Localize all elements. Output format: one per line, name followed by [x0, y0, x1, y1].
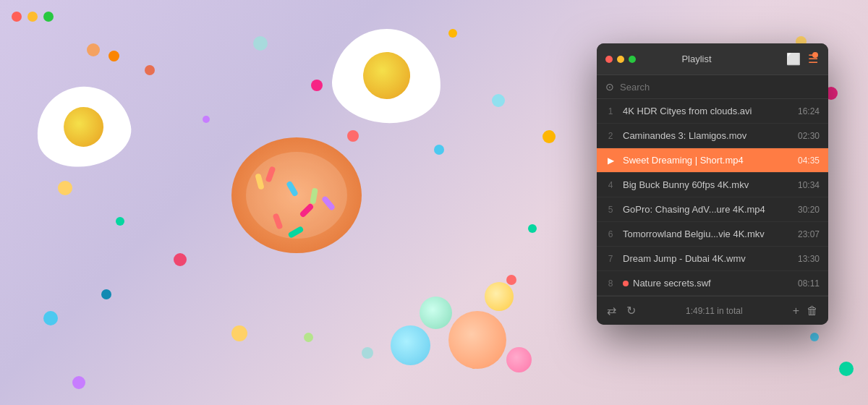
search-icon: ⊙ — [605, 81, 614, 93]
candy — [43, 311, 58, 325]
panel-minimize[interactable] — [617, 56, 624, 63]
item-duration: 23:07 — [798, 229, 820, 239]
total-time: 1:49:11 in total — [686, 306, 743, 316]
header-icons: ⬜ ☰ — [786, 52, 818, 66]
search-bar: ⊙ — [597, 75, 828, 99]
playlist-item[interactable]: 6Tomorrowland Belgiu...vie 4K.mkv23:07 — [597, 222, 828, 247]
large-candy — [420, 297, 452, 329]
item-number: 2 — [605, 131, 616, 141]
candy — [492, 94, 505, 107]
playlist-item[interactable]: 8Nature secrets.swf08:11 — [597, 271, 828, 296]
shuffle-icon[interactable]: ⇄ — [607, 304, 616, 317]
minimize-button[interactable] — [27, 12, 38, 22]
candy — [528, 224, 537, 233]
item-duration: 08:11 — [798, 278, 820, 289]
search-input[interactable] — [620, 82, 820, 93]
maximize-button[interactable] — [43, 12, 54, 22]
playlist-item[interactable]: 14K HDR Cityes from clouds.avi16:24 — [597, 99, 828, 124]
item-name: 4K HDR Cityes from clouds.avi — [623, 106, 791, 116]
screen-icon[interactable]: ⬜ — [786, 52, 801, 66]
playlist-item[interactable]: 2Caminandes 3: Llamigos.mov02:30 — [597, 124, 828, 148]
item-number: 5 — [605, 205, 616, 215]
item-name: Sweet Dreaming | Short.mp4 — [623, 155, 791, 166]
play-indicator: ▶ — [605, 155, 616, 166]
candy — [109, 51, 119, 61]
playlist-item[interactable]: 5GoPro: Chasing AdV...ure 4K.mp430:20 — [597, 197, 828, 222]
candy — [116, 217, 124, 226]
candy — [362, 347, 373, 359]
item-name: Dream Jump - Dubai 4K.wmv — [623, 253, 791, 264]
item-duration: 10:34 — [798, 180, 820, 190]
candy — [72, 376, 85, 389]
candy — [87, 43, 100, 56]
playlist-panel: Playlist ⬜ ☰ ⊙ 14K HDR Cityes from cloud… — [597, 43, 828, 325]
window-controls — [12, 12, 54, 22]
playlist-item[interactable]: ▶Sweet Dreaming | Short.mp404:35 — [597, 148, 828, 173]
large-candy — [448, 311, 506, 369]
egg-yolk — [61, 104, 107, 150]
item-number: 7 — [605, 254, 616, 264]
close-button[interactable] — [12, 12, 22, 22]
footer-right: + 🗑 — [793, 304, 818, 317]
panel-maximize[interactable] — [629, 56, 636, 63]
candy — [506, 275, 516, 285]
item-name: Tomorrowland Belgiu...vie 4K.mkv — [623, 229, 791, 239]
item-name: Big Buck Bunny 60fps 4K.mkv — [623, 179, 791, 190]
egg-white — [329, 25, 446, 128]
candy — [448, 29, 457, 38]
candy — [174, 253, 187, 266]
item-name: Caminandes 3: Llamigos.mov — [623, 130, 791, 141]
large-candy — [506, 347, 532, 372]
item-duration: 04:35 — [798, 155, 820, 166]
item-name: Nature secrets.swf — [633, 278, 791, 289]
candy — [203, 116, 210, 123]
notification-badge — [812, 52, 818, 58]
candy — [253, 36, 268, 51]
large-candy — [485, 282, 514, 311]
candy — [145, 65, 155, 75]
delete-icon[interactable]: 🗑 — [807, 304, 818, 317]
item-duration: 16:24 — [798, 106, 820, 116]
error-dot — [623, 281, 629, 286]
panel-footer: ⇄ ↻ 1:49:11 in total + 🗑 — [597, 296, 828, 325]
item-number: 8 — [605, 278, 616, 289]
item-duration: 30:20 — [798, 205, 820, 215]
item-number: 6 — [605, 229, 616, 239]
item-number: 1 — [605, 106, 616, 116]
item-duration: 02:30 — [798, 131, 820, 141]
item-number: 4 — [605, 180, 616, 190]
panel-dots — [605, 56, 636, 63]
egg-white — [30, 80, 136, 174]
candy — [810, 333, 819, 341]
panel-header: Playlist ⬜ ☰ — [597, 43, 828, 75]
playlist-item[interactable]: 7Dream Jump - Dubai 4K.wmv13:30 — [597, 247, 828, 271]
playlist-item[interactable]: 4Big Buck Bunny 60fps 4K.mkv10:34 — [597, 173, 828, 197]
candy — [231, 325, 247, 341]
candy — [101, 289, 111, 299]
egg-yolk — [361, 50, 412, 101]
large-candy — [391, 325, 430, 365]
repeat-icon[interactable]: ↻ — [626, 304, 636, 317]
candy — [58, 181, 72, 195]
item-duration: 13:30 — [798, 254, 820, 264]
item-name: GoPro: Chasing AdV...ure 4K.mp4 — [623, 204, 791, 215]
playlist-items: 14K HDR Cityes from clouds.avi16:242Cami… — [597, 99, 828, 296]
candy — [347, 130, 359, 142]
add-icon[interactable]: + — [793, 304, 799, 317]
menu-icon[interactable]: ☰ — [808, 52, 818, 66]
candy — [542, 130, 556, 143]
candy — [304, 333, 313, 342]
candy — [311, 80, 323, 91]
panel-close[interactable] — [605, 56, 613, 63]
footer-left: ⇄ ↻ — [607, 304, 636, 317]
candy — [434, 145, 444, 155]
candy — [839, 362, 854, 376]
